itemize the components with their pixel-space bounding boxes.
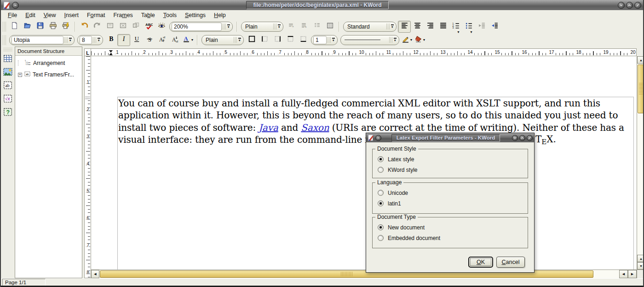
toolbar-handle[interactable] <box>3 22 6 32</box>
border-left-button[interactable] <box>258 34 271 46</box>
frame-style-combo[interactable]: Plain▼ <box>201 35 244 45</box>
dropdown-icon[interactable]: ▼ <box>191 38 194 41</box>
strikeout-text-button[interactable]: S <box>143 34 156 46</box>
horizontal-ruler[interactable]: 1234567891011121314151617181920 <box>91 48 637 56</box>
print-preview-button[interactable] <box>59 21 72 33</box>
insert-text-frame-button[interactable]: ab <box>2 80 14 92</box>
combo-dropdown-icon[interactable]: ▼ <box>238 38 241 42</box>
align-justify-button[interactable] <box>437 21 449 33</box>
menu-file[interactable]: File <box>4 11 21 19</box>
combo-dropdown-icon[interactable]: ▼ <box>227 24 230 29</box>
combo-dropdown-icon[interactable]: ▼ <box>69 38 72 42</box>
menu-settings[interactable]: Settings <box>181 11 210 19</box>
scroll-left-button-right[interactable]: ◀ <box>619 270 628 278</box>
style-list-combo[interactable]: Standard▼ <box>343 22 397 32</box>
align-left-button[interactable] <box>398 21 411 33</box>
bullet-list-button[interactable]: ▼ <box>462 21 475 33</box>
combo-dropdown-icon[interactable]: ▼ <box>98 38 100 42</box>
menu-insert[interactable]: Insert <box>60 11 83 19</box>
menu-frames[interactable]: Frames <box>109 11 137 19</box>
border-color-button[interactable]: ▼ <box>401 34 414 46</box>
dropdown-icon[interactable]: ▼ <box>410 38 413 41</box>
scroll-up-button-bottom[interactable]: ▲ <box>637 255 644 262</box>
dialog-menu-button[interactable] <box>375 135 381 141</box>
italic-text-button[interactable]: I <box>117 34 130 46</box>
vertical-ruler[interactable]: 12345678 <box>84 56 91 278</box>
font-size-combo[interactable]: 8▼ <box>77 35 103 45</box>
option-kword-style[interactable]: KWord style <box>378 165 528 175</box>
undo-button[interactable] <box>78 21 91 33</box>
menu-help[interactable]: Help <box>210 11 230 19</box>
border-bottom-button[interactable] <box>297 34 310 46</box>
combo-dropdown-icon[interactable]: ▼ <box>332 38 335 42</box>
open-document-button[interactable] <box>21 21 34 33</box>
border-top-button[interactable] <box>284 34 297 46</box>
subscript-button[interactable]: AaI <box>169 34 182 46</box>
menu-edit[interactable]: Edit <box>21 11 40 19</box>
option-new-document[interactable]: New document <box>378 223 528 232</box>
paragraph-style-combo[interactable]: Plain▼ <box>241 22 283 32</box>
embedded-document-radio[interactable] <box>378 235 384 241</box>
close-button[interactable] <box>634 2 641 9</box>
scroll-down-button[interactable]: ▼ <box>637 262 644 269</box>
window-titlebar[interactable]: file:/home/peter/doc/beginlatex/para.xml… <box>1 0 643 10</box>
ok-button[interactable]: OK <box>468 257 493 268</box>
text-color-button[interactable]: A▼ <box>182 34 195 46</box>
scroll-up-button[interactable]: ▲ <box>637 56 644 64</box>
minimize-button[interactable] <box>618 2 625 9</box>
increase-indent-button[interactable] <box>488 21 501 33</box>
unicode-radio[interactable] <box>378 190 384 196</box>
print-button[interactable] <box>46 21 59 33</box>
align-right-button[interactable] <box>424 21 437 33</box>
dialog-titlebar[interactable]: Latex Export Filter Parameters - KWord <box>366 133 534 142</box>
zoom-value[interactable]: 200% <box>172 23 222 31</box>
combo-dropdown-icon[interactable]: ▼ <box>394 38 397 42</box>
toolbar-handle[interactable] <box>3 48 12 51</box>
option-unicode[interactable]: Unicode <box>378 188 528 198</box>
tree-item-arrangement[interactable]: 1.1.11.2Arrangement <box>18 59 82 67</box>
option-latin1[interactable]: latin1 <box>378 199 528 208</box>
font-family-combo[interactable]: Utopia▼ <box>9 35 75 45</box>
menu-view[interactable]: View <box>40 11 60 19</box>
insert-formula-button[interactable]: √x <box>2 93 14 105</box>
underline-text-button[interactable]: U <box>130 34 143 46</box>
dropdown-icon[interactable]: ▼ <box>423 38 426 41</box>
zoom-combo[interactable]: 200%▼ <box>169 22 233 32</box>
save-document-button[interactable] <box>34 21 46 33</box>
new-document-button[interactable] <box>8 21 21 33</box>
horizontal-scrollbar[interactable]: ◀ ◀ ▶ <box>91 269 637 278</box>
border-width-combo[interactable]: 1▼ <box>311 35 338 45</box>
vertical-scrollbar[interactable]: ▲ ▲ ▼ <box>637 56 644 269</box>
maximize-button[interactable] <box>626 2 633 9</box>
menu-table[interactable]: Table <box>137 11 159 19</box>
align-center-button[interactable] <box>411 21 424 33</box>
dialog-close-button[interactable] <box>527 135 533 141</box>
document-canvas[interactable]: You can of course buy and install a full… <box>91 56 637 269</box>
font-size-value[interactable]: 8 <box>80 36 92 44</box>
dialog-maximize-button[interactable] <box>519 135 525 141</box>
border-width-value[interactable]: 1 <box>313 36 327 44</box>
cancel-button[interactable]: Cancel <box>496 257 525 268</box>
tab-selector-button[interactable]: L <box>84 48 91 56</box>
spellcheck-button[interactable]: ABC <box>142 21 155 33</box>
dialog-minimize-button[interactable] <box>512 135 518 141</box>
option-latex-style[interactable]: Latex style <box>378 154 528 164</box>
insert-picture-button[interactable] <box>2 66 14 79</box>
kword-style-radio[interactable] <box>378 167 384 173</box>
menu-tools[interactable]: Tools <box>159 11 181 19</box>
superscript-button[interactable]: AaI <box>156 34 169 46</box>
insert-table-button[interactable] <box>2 53 14 65</box>
scroll-right-button[interactable]: ▶ <box>628 270 637 278</box>
expand-icon[interactable]: + <box>18 73 22 77</box>
insert-object-button[interactable]: ? <box>2 106 14 119</box>
combo-dropdown-icon[interactable]: ▼ <box>278 24 281 29</box>
font-family-value[interactable]: Utopia <box>12 36 63 44</box>
latin1-radio[interactable] <box>378 200 384 206</box>
border-line-style-combo[interactable]: ▼ <box>340 35 399 45</box>
tree-item-text-frames-fr[interactable]: +abText Frames/Fr... <box>18 70 82 79</box>
first-line-indent-marker[interactable] <box>109 50 113 56</box>
background-color-button[interactable]: ▼ <box>414 34 426 46</box>
java-link[interactable]: Java <box>259 122 278 133</box>
vertical-scrollbar-thumb[interactable] <box>638 64 644 113</box>
latex-style-radio[interactable] <box>378 156 384 162</box>
